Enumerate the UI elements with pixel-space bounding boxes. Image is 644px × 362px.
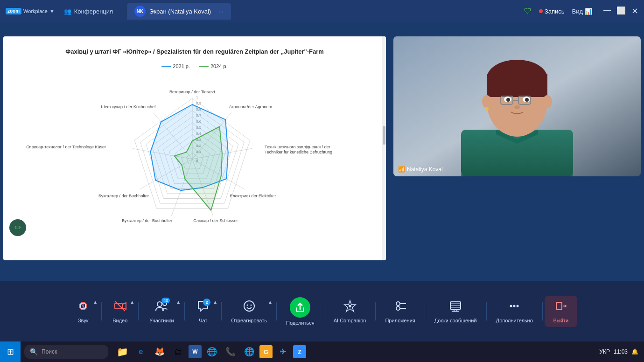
- ai-companion-label: AI Companion: [334, 318, 366, 323]
- zoom-logo: zoom Workplace: [6, 8, 48, 14]
- boards-button[interactable]: Доски сообщений: [427, 296, 484, 327]
- taskbar-app-zoom[interactable]: Z: [293, 345, 306, 358]
- taskbar-app-folder2[interactable]: 🗂: [170, 343, 187, 360]
- taskbar-app-chrome2[interactable]: 🌐: [241, 343, 258, 360]
- tab-initials: NK: [134, 6, 146, 17]
- svg-point-41: [525, 98, 529, 102]
- video-label-text: Видео: [112, 318, 127, 323]
- svg-line-54: [115, 301, 125, 311]
- taskbar-app-files[interactable]: 📁: [114, 343, 131, 360]
- more-label: Дополнительно: [496, 318, 533, 323]
- taskbar-app-firefox[interactable]: 🦊: [151, 343, 168, 360]
- pencil-button[interactable]: ✏: [9, 219, 26, 236]
- main-content: Фахівці у штаті ФГ «Юпітер» / Spezialist…: [0, 22, 644, 301]
- svg-text:1: 1: [196, 95, 198, 99]
- axis-label-1: Агроном /der Agronom: [229, 104, 272, 109]
- record-button[interactable]: Запись: [539, 8, 565, 15]
- participants-caret[interactable]: ▲: [176, 299, 181, 305]
- svg-point-40: [506, 98, 510, 102]
- sound-caret[interactable]: ▲: [93, 299, 98, 305]
- legend-line-green: [199, 66, 209, 67]
- axis-label-8: Шеф-кухар / der Küchenchef: [101, 104, 156, 109]
- more-icon: [508, 299, 521, 315]
- title-bar: zoom Workplace ▼ 👥 Конференция NK Экран …: [0, 0, 644, 22]
- svg-point-47: [543, 95, 552, 108]
- participants-count: 40: [161, 298, 170, 303]
- active-tab[interactable]: NK Экран (Nataliya Koval) ···: [127, 3, 231, 20]
- react-caret[interactable]: ▲: [268, 299, 273, 305]
- minimize-button[interactable]: —: [603, 6, 611, 16]
- chart-area: 2021 р. 2024 р. .axis-label { font-size: [17, 63, 372, 241]
- boards-icon: [449, 299, 462, 315]
- conference-icon: 👥: [64, 8, 71, 15]
- legend-label-2024: 2024 р.: [210, 63, 228, 69]
- toolbar-items: ▲ Звук ▲ Видео ▲: [0, 293, 644, 329]
- axis-label-6: Бухгалтер / der Buchholter: [98, 194, 149, 198]
- taskbar-app-edge[interactable]: e: [133, 343, 149, 360]
- apps-icon: [394, 299, 407, 315]
- axis-label-2: Технік штучного запліднення / der: [265, 145, 330, 149]
- radar-svg: .axis-label { font-size: 9px; fill: #444…: [78, 73, 311, 241]
- apps-button[interactable]: Приложения: [378, 296, 422, 327]
- taskbar-right: УКР 11:03 🔔: [594, 348, 644, 355]
- axis-label-4: Слюсар / der Schlosser: [193, 218, 238, 223]
- record-label: Запись: [545, 8, 565, 15]
- chat-button[interactable]: ▲ 2 Чат: [187, 296, 219, 327]
- zoom-logo-box: zoom: [6, 8, 21, 14]
- share-button[interactable]: Поделиться: [279, 293, 322, 329]
- slide-scrollbar[interactable]: [382, 36, 386, 260]
- view-button[interactable]: Вид 📊: [572, 8, 592, 15]
- signal-icon: 📶: [398, 166, 405, 173]
- taskbar-search[interactable]: 🔍 Поиск: [24, 345, 108, 359]
- svg-point-73: [510, 305, 512, 307]
- legend-2024: 2024 р.: [199, 63, 228, 69]
- pencil-icon: ✏: [14, 223, 21, 233]
- svg-text:Techniker für künstliche Befru: Techniker für künstliche Befruchtung: [265, 150, 332, 154]
- react-icon: [243, 299, 256, 315]
- axis-label-5: Бухгалтер / der Buchholter: [122, 218, 172, 223]
- taskbar-app-word[interactable]: W: [189, 345, 202, 358]
- tab-more-icon[interactable]: ···: [218, 8, 224, 15]
- taskbar-apps: 📁 e 🦊 🗂 W 🌐 📞 🌐 G ✈ Z: [112, 343, 594, 360]
- exit-button[interactable]: Выйти: [545, 296, 577, 327]
- ai-companion-button[interactable]: AI Companion: [326, 296, 374, 327]
- video-background: [393, 36, 641, 176]
- svg-text:0,9: 0,9: [196, 101, 202, 105]
- video-button[interactable]: ▲ Видео: [104, 296, 136, 327]
- scrollbar-thumb: [383, 126, 385, 145]
- exit-icon: [554, 299, 567, 315]
- boards-label: Доски сообщений: [434, 318, 477, 323]
- dropdown-arrow[interactable]: ▼: [49, 8, 55, 14]
- radar-chart: .axis-label { font-size: 9px; fill: #444…: [78, 73, 311, 241]
- participants-label: Участники: [149, 318, 174, 323]
- legend-line-blue: [161, 66, 171, 67]
- participants-button[interactable]: ▲ 40 Участники: [140, 296, 182, 327]
- start-button[interactable]: ⊞: [0, 341, 21, 362]
- record-dot: [539, 9, 543, 13]
- person-video-svg: [393, 36, 641, 176]
- video-caret[interactable]: ▲: [130, 299, 134, 305]
- react-label: Отреагировать: [231, 318, 267, 323]
- exit-label: Выйти: [553, 318, 568, 323]
- more-button[interactable]: Дополнительно: [489, 296, 540, 327]
- taskbar-app-chrome[interactable]: 🌐: [203, 343, 220, 360]
- taskbar-app-telegram[interactable]: ✈: [274, 343, 291, 360]
- close-button[interactable]: ✕: [631, 6, 638, 16]
- legend-2021: 2021 р.: [161, 63, 190, 69]
- svg-point-64: [396, 306, 400, 310]
- axis-label-3: Електрик / der Elektriker: [230, 194, 276, 198]
- taskbar-app-g[interactable]: G: [259, 345, 273, 358]
- svg-rect-76: [556, 302, 562, 310]
- sound-button[interactable]: ▲ Звук: [67, 296, 99, 327]
- participant-name: Nataliya Koval: [407, 166, 443, 173]
- svg-point-57: [244, 301, 254, 311]
- video-label: 📶 Nataliya Koval: [398, 166, 443, 173]
- toolbar: ▲ Звук ▲ Видео ▲: [0, 281, 644, 341]
- apps-label: Приложения: [385, 318, 415, 323]
- chat-caret[interactable]: ▲: [213, 299, 217, 305]
- taskbar-app-viber[interactable]: 📞: [222, 343, 239, 360]
- conference-label: 👥 Конференция: [64, 8, 113, 15]
- tab-label: Экран (Nataliya Koval): [149, 8, 211, 15]
- react-button[interactable]: ▲ Отреагировать: [224, 296, 274, 327]
- restore-button[interactable]: ⬜: [616, 6, 626, 16]
